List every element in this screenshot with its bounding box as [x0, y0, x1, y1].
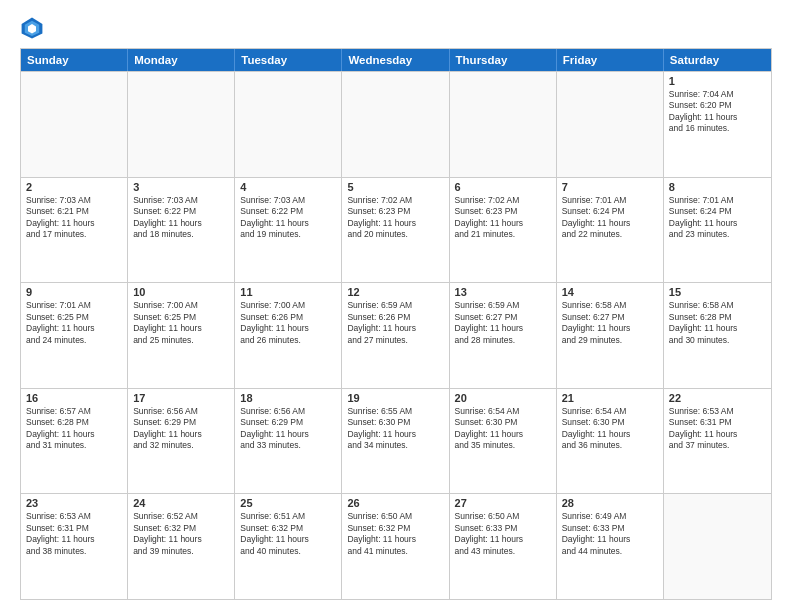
day-number: 14: [562, 286, 658, 298]
day-number: 18: [240, 392, 336, 404]
table-row: 9Sunrise: 7:01 AM Sunset: 6:25 PM Daylig…: [21, 283, 128, 388]
day-info: Sunrise: 6:56 AM Sunset: 6:29 PM Dayligh…: [133, 406, 229, 452]
day-number: 15: [669, 286, 766, 298]
day-info: Sunrise: 7:01 AM Sunset: 6:25 PM Dayligh…: [26, 300, 122, 346]
table-row: 19Sunrise: 6:55 AM Sunset: 6:30 PM Dayli…: [342, 389, 449, 494]
day-info: Sunrise: 6:54 AM Sunset: 6:30 PM Dayligh…: [562, 406, 658, 452]
table-row: 7Sunrise: 7:01 AM Sunset: 6:24 PM Daylig…: [557, 178, 664, 283]
table-row: 8Sunrise: 7:01 AM Sunset: 6:24 PM Daylig…: [664, 178, 771, 283]
day-number: 20: [455, 392, 551, 404]
table-row: 25Sunrise: 6:51 AM Sunset: 6:32 PM Dayli…: [235, 494, 342, 599]
table-row: [235, 72, 342, 177]
day-info: Sunrise: 7:03 AM Sunset: 6:22 PM Dayligh…: [240, 195, 336, 241]
table-row: [21, 72, 128, 177]
table-row: 16Sunrise: 6:57 AM Sunset: 6:28 PM Dayli…: [21, 389, 128, 494]
header: [20, 16, 772, 40]
calendar-week-3: 9Sunrise: 7:01 AM Sunset: 6:25 PM Daylig…: [21, 282, 771, 388]
table-row: [450, 72, 557, 177]
day-info: Sunrise: 6:51 AM Sunset: 6:32 PM Dayligh…: [240, 511, 336, 557]
day-info: Sunrise: 7:04 AM Sunset: 6:20 PM Dayligh…: [669, 89, 766, 135]
table-row: [342, 72, 449, 177]
logo-icon: [20, 16, 44, 40]
day-info: Sunrise: 6:54 AM Sunset: 6:30 PM Dayligh…: [455, 406, 551, 452]
table-row: 15Sunrise: 6:58 AM Sunset: 6:28 PM Dayli…: [664, 283, 771, 388]
table-row: [557, 72, 664, 177]
table-row: 12Sunrise: 6:59 AM Sunset: 6:26 PM Dayli…: [342, 283, 449, 388]
table-row: 24Sunrise: 6:52 AM Sunset: 6:32 PM Dayli…: [128, 494, 235, 599]
table-row: 11Sunrise: 7:00 AM Sunset: 6:26 PM Dayli…: [235, 283, 342, 388]
day-number: 25: [240, 497, 336, 509]
calendar-week-4: 16Sunrise: 6:57 AM Sunset: 6:28 PM Dayli…: [21, 388, 771, 494]
day-info: Sunrise: 6:50 AM Sunset: 6:33 PM Dayligh…: [455, 511, 551, 557]
calendar-header: SundayMondayTuesdayWednesdayThursdayFrid…: [21, 49, 771, 71]
table-row: 23Sunrise: 6:53 AM Sunset: 6:31 PM Dayli…: [21, 494, 128, 599]
day-info: Sunrise: 6:50 AM Sunset: 6:32 PM Dayligh…: [347, 511, 443, 557]
table-row: 14Sunrise: 6:58 AM Sunset: 6:27 PM Dayli…: [557, 283, 664, 388]
day-number: 26: [347, 497, 443, 509]
day-info: Sunrise: 6:53 AM Sunset: 6:31 PM Dayligh…: [26, 511, 122, 557]
day-number: 17: [133, 392, 229, 404]
day-info: Sunrise: 7:02 AM Sunset: 6:23 PM Dayligh…: [455, 195, 551, 241]
day-number: 2: [26, 181, 122, 193]
day-number: 8: [669, 181, 766, 193]
day-number: 12: [347, 286, 443, 298]
day-number: 11: [240, 286, 336, 298]
day-info: Sunrise: 6:58 AM Sunset: 6:27 PM Dayligh…: [562, 300, 658, 346]
day-info: Sunrise: 6:58 AM Sunset: 6:28 PM Dayligh…: [669, 300, 766, 346]
day-number: 10: [133, 286, 229, 298]
table-row: 18Sunrise: 6:56 AM Sunset: 6:29 PM Dayli…: [235, 389, 342, 494]
day-number: 22: [669, 392, 766, 404]
day-info: Sunrise: 6:53 AM Sunset: 6:31 PM Dayligh…: [669, 406, 766, 452]
header-day-wednesday: Wednesday: [342, 49, 449, 71]
day-info: Sunrise: 6:56 AM Sunset: 6:29 PM Dayligh…: [240, 406, 336, 452]
day-number: 28: [562, 497, 658, 509]
day-number: 3: [133, 181, 229, 193]
calendar-week-2: 2Sunrise: 7:03 AM Sunset: 6:21 PM Daylig…: [21, 177, 771, 283]
table-row: 5Sunrise: 7:02 AM Sunset: 6:23 PM Daylig…: [342, 178, 449, 283]
logo: [20, 16, 48, 40]
table-row: 28Sunrise: 6:49 AM Sunset: 6:33 PM Dayli…: [557, 494, 664, 599]
table-row: 3Sunrise: 7:03 AM Sunset: 6:22 PM Daylig…: [128, 178, 235, 283]
table-row: 10Sunrise: 7:00 AM Sunset: 6:25 PM Dayli…: [128, 283, 235, 388]
calendar: SundayMondayTuesdayWednesdayThursdayFrid…: [20, 48, 772, 600]
day-info: Sunrise: 6:55 AM Sunset: 6:30 PM Dayligh…: [347, 406, 443, 452]
day-number: 21: [562, 392, 658, 404]
day-info: Sunrise: 6:52 AM Sunset: 6:32 PM Dayligh…: [133, 511, 229, 557]
table-row: 27Sunrise: 6:50 AM Sunset: 6:33 PM Dayli…: [450, 494, 557, 599]
table-row: 2Sunrise: 7:03 AM Sunset: 6:21 PM Daylig…: [21, 178, 128, 283]
header-day-thursday: Thursday: [450, 49, 557, 71]
day-info: Sunrise: 7:01 AM Sunset: 6:24 PM Dayligh…: [669, 195, 766, 241]
day-info: Sunrise: 6:59 AM Sunset: 6:27 PM Dayligh…: [455, 300, 551, 346]
day-number: 6: [455, 181, 551, 193]
table-row: [664, 494, 771, 599]
day-info: Sunrise: 7:03 AM Sunset: 6:22 PM Dayligh…: [133, 195, 229, 241]
day-number: 13: [455, 286, 551, 298]
header-day-saturday: Saturday: [664, 49, 771, 71]
header-day-friday: Friday: [557, 49, 664, 71]
table-row: 4Sunrise: 7:03 AM Sunset: 6:22 PM Daylig…: [235, 178, 342, 283]
table-row: 20Sunrise: 6:54 AM Sunset: 6:30 PM Dayli…: [450, 389, 557, 494]
calendar-body: 1Sunrise: 7:04 AM Sunset: 6:20 PM Daylig…: [21, 71, 771, 599]
day-number: 27: [455, 497, 551, 509]
table-row: 1Sunrise: 7:04 AM Sunset: 6:20 PM Daylig…: [664, 72, 771, 177]
day-info: Sunrise: 7:00 AM Sunset: 6:26 PM Dayligh…: [240, 300, 336, 346]
day-number: 9: [26, 286, 122, 298]
day-number: 19: [347, 392, 443, 404]
day-info: Sunrise: 6:49 AM Sunset: 6:33 PM Dayligh…: [562, 511, 658, 557]
header-day-sunday: Sunday: [21, 49, 128, 71]
day-info: Sunrise: 6:57 AM Sunset: 6:28 PM Dayligh…: [26, 406, 122, 452]
day-number: 24: [133, 497, 229, 509]
table-row: 17Sunrise: 6:56 AM Sunset: 6:29 PM Dayli…: [128, 389, 235, 494]
page: SundayMondayTuesdayWednesdayThursdayFrid…: [0, 0, 792, 612]
day-number: 5: [347, 181, 443, 193]
day-number: 1: [669, 75, 766, 87]
table-row: 26Sunrise: 6:50 AM Sunset: 6:32 PM Dayli…: [342, 494, 449, 599]
header-day-monday: Monday: [128, 49, 235, 71]
day-info: Sunrise: 7:01 AM Sunset: 6:24 PM Dayligh…: [562, 195, 658, 241]
table-row: [128, 72, 235, 177]
table-row: 21Sunrise: 6:54 AM Sunset: 6:30 PM Dayli…: [557, 389, 664, 494]
table-row: 6Sunrise: 7:02 AM Sunset: 6:23 PM Daylig…: [450, 178, 557, 283]
calendar-week-5: 23Sunrise: 6:53 AM Sunset: 6:31 PM Dayli…: [21, 493, 771, 599]
day-number: 23: [26, 497, 122, 509]
day-number: 16: [26, 392, 122, 404]
